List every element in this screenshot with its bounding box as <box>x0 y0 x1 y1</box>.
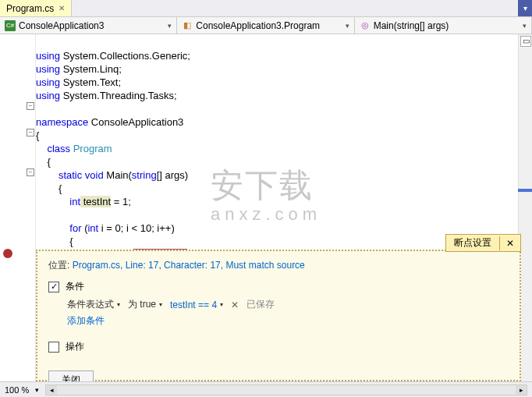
nav-method-label: Main(string[] args) <box>374 20 449 31</box>
actions-checkbox[interactable] <box>48 342 59 353</box>
horizontal-scrollbar[interactable]: ◂ ▸ <box>45 385 527 395</box>
nav-project[interactable]: C# ConsoleApplication3 ▾ <box>0 17 177 34</box>
chevron-down-icon: ▾ <box>346 22 349 30</box>
location-row: 位置: Program.cs, Line: 17, Character: 17,… <box>48 259 509 272</box>
breakpoint-panel-header: 断点设置 ✕ <box>445 234 521 252</box>
zoom-level[interactable]: 100 % <box>5 385 29 395</box>
close-icon[interactable]: ✕ <box>499 236 520 250</box>
gutter[interactable]: − − − <box>0 34 36 381</box>
chevron-down-icon: ▾ <box>523 22 527 30</box>
status-bar: 100 % ▾ ◂ ▸ <box>0 381 532 397</box>
fold-toggle[interactable]: − <box>27 129 34 136</box>
condition-detail-row: 条件表达式▾ 为 true▾ testInt == 4▾ ✕ 已保存 <box>67 298 509 311</box>
condition-value-dropdown[interactable]: testInt == 4▾ <box>170 300 223 310</box>
scroll-right-arrow[interactable]: ▸ <box>516 385 527 395</box>
location-link[interactable]: Program.cs, Line: 17, Character: 17, Mus… <box>73 260 305 271</box>
conditions-row: 条件 <box>48 280 509 293</box>
file-tab[interactable]: Program.cs ✕ <box>0 0 72 16</box>
nav-class-label: ConsoleApplication3.Program <box>196 20 320 31</box>
nav-method[interactable]: ◎ Main(string[] args) ▾ <box>355 17 532 34</box>
location-label: 位置: <box>48 260 73 271</box>
condition-truth-dropdown[interactable]: 为 true▾ <box>128 298 162 311</box>
fold-toggle[interactable]: − <box>27 168 34 176</box>
scroll-left-arrow[interactable]: ◂ <box>46 385 57 395</box>
method-icon: ◎ <box>360 20 371 31</box>
chevron-down-icon: ▾ <box>168 22 172 30</box>
tab-bar: Program.cs ✕ ▾ <box>0 0 532 17</box>
navigation-bar: C# ConsoleApplication3 ▾ ◧ ConsoleApplic… <box>0 17 532 34</box>
split-button[interactable]: ▭ <box>520 36 531 47</box>
track-marker <box>518 189 532 192</box>
add-condition-link[interactable]: 添加条件 <box>67 314 105 328</box>
csharp-icon: C# <box>5 20 16 31</box>
conditions-label: 条件 <box>66 280 84 293</box>
actions-row: 操作 <box>48 340 509 353</box>
conditions-checkbox[interactable] <box>48 282 59 292</box>
fold-toggle[interactable]: − <box>27 102 34 110</box>
breakpoint-icon[interactable] <box>3 249 12 258</box>
chevron-down-icon: ▾ <box>117 301 120 308</box>
remove-condition-button[interactable]: ✕ <box>231 300 239 310</box>
tab-title: Program.cs <box>6 3 54 14</box>
nav-class[interactable]: ◧ ConsoleApplication3.Program ▾ <box>177 17 354 34</box>
actions-label: 操作 <box>66 340 84 353</box>
chevron-down-icon: ▾ <box>220 301 223 308</box>
nav-project-label: ConsoleApplication3 <box>19 20 104 31</box>
class-icon: ◧ <box>182 20 193 31</box>
tab-overflow-button[interactable]: ▾ <box>518 0 532 16</box>
close-icon[interactable]: ✕ <box>59 4 65 12</box>
panel-title: 断点设置 <box>446 235 499 251</box>
saved-label: 已保存 <box>246 298 275 311</box>
condition-type-dropdown[interactable]: 条件表达式▾ <box>67 298 120 311</box>
chevron-down-icon[interactable]: ▾ <box>35 386 39 394</box>
chevron-down-icon: ▾ <box>159 301 162 308</box>
breakpoint-settings-panel: 位置: Program.cs, Line: 17, Character: 17,… <box>36 250 521 381</box>
